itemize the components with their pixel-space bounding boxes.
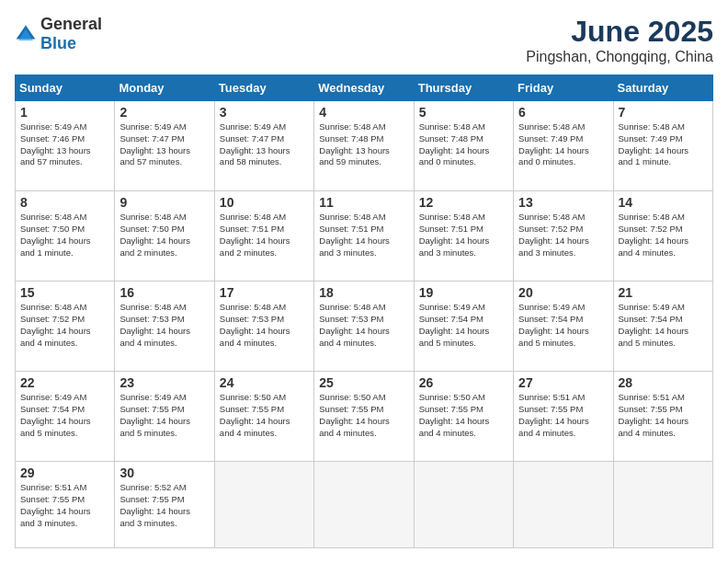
- day-number: 2: [119, 105, 209, 120]
- day-number: 8: [20, 195, 109, 210]
- day-number: 28: [619, 375, 708, 390]
- header: General Blue June 2025 Pingshan, Chongqi…: [15, 15, 713, 65]
- page: General Blue June 2025 Pingshan, Chongqi…: [0, 0, 728, 563]
- cell-info: Sunrise: 5:50 AM Sunset: 7:55 PM Dayligh…: [419, 392, 508, 439]
- table-row: [514, 462, 613, 548]
- table-row: 16Sunrise: 5:48 AM Sunset: 7:53 PM Dayli…: [115, 282, 214, 372]
- day-number: 11: [319, 195, 408, 210]
- day-number: 19: [419, 285, 508, 300]
- table-row: 3Sunrise: 5:49 AM Sunset: 7:47 PM Daylig…: [214, 101, 313, 191]
- col-friday: Friday: [514, 75, 613, 101]
- col-tuesday: Tuesday: [214, 75, 313, 101]
- day-number: 25: [319, 375, 408, 390]
- day-number: 16: [119, 285, 209, 300]
- cell-info: Sunrise: 5:48 AM Sunset: 7:51 PM Dayligh…: [419, 212, 508, 259]
- cell-info: Sunrise: 5:51 AM Sunset: 7:55 PM Dayligh…: [518, 392, 608, 439]
- table-row: 19Sunrise: 5:49 AM Sunset: 7:54 PM Dayli…: [414, 282, 513, 372]
- table-row: 10Sunrise: 5:48 AM Sunset: 7:51 PM Dayli…: [214, 191, 313, 282]
- logo: General Blue: [15, 15, 102, 53]
- calendar-table: Sunday Monday Tuesday Wednesday Thursday…: [15, 75, 713, 548]
- table-row: 28Sunrise: 5:51 AM Sunset: 7:55 PM Dayli…: [613, 372, 712, 462]
- calendar-header-row: Sunday Monday Tuesday Wednesday Thursday…: [16, 75, 713, 101]
- cell-info: Sunrise: 5:52 AM Sunset: 7:55 PM Dayligh…: [119, 482, 209, 529]
- table-row: 9Sunrise: 5:48 AM Sunset: 7:50 PM Daylig…: [115, 191, 214, 282]
- table-row: 18Sunrise: 5:48 AM Sunset: 7:53 PM Dayli…: [314, 282, 414, 372]
- day-number: 4: [319, 105, 408, 120]
- table-row: 13Sunrise: 5:48 AM Sunset: 7:52 PM Dayli…: [514, 191, 613, 282]
- cell-info: Sunrise: 5:49 AM Sunset: 7:54 PM Dayligh…: [20, 392, 109, 439]
- table-row: 30Sunrise: 5:52 AM Sunset: 7:55 PM Dayli…: [115, 462, 214, 548]
- cell-info: Sunrise: 5:49 AM Sunset: 7:46 PM Dayligh…: [20, 121, 109, 168]
- cell-info: Sunrise: 5:48 AM Sunset: 7:52 PM Dayligh…: [20, 302, 109, 349]
- table-row: [414, 462, 513, 548]
- cell-info: Sunrise: 5:48 AM Sunset: 7:53 PM Dayligh…: [119, 302, 209, 349]
- day-number: 30: [119, 465, 209, 480]
- col-thursday: Thursday: [414, 75, 513, 101]
- cell-info: Sunrise: 5:49 AM Sunset: 7:54 PM Dayligh…: [419, 302, 508, 349]
- day-number: 24: [220, 375, 309, 390]
- day-number: 3: [220, 105, 309, 120]
- day-number: 20: [518, 285, 608, 300]
- logo-text-general: General: [40, 15, 102, 33]
- cell-info: Sunrise: 5:49 AM Sunset: 7:54 PM Dayligh…: [518, 302, 608, 349]
- col-wednesday: Wednesday: [314, 75, 414, 101]
- cell-info: Sunrise: 5:48 AM Sunset: 7:53 PM Dayligh…: [319, 302, 408, 349]
- day-number: 22: [20, 375, 109, 390]
- title-block: June 2025 Pingshan, Chongqing, China: [526, 15, 713, 65]
- cell-info: Sunrise: 5:48 AM Sunset: 7:51 PM Dayligh…: [319, 212, 408, 259]
- table-row: 8Sunrise: 5:48 AM Sunset: 7:50 PM Daylig…: [16, 191, 115, 282]
- cell-info: Sunrise: 5:48 AM Sunset: 7:48 PM Dayligh…: [419, 121, 508, 168]
- table-row: 20Sunrise: 5:49 AM Sunset: 7:54 PM Dayli…: [514, 282, 613, 372]
- table-row: 21Sunrise: 5:49 AM Sunset: 7:54 PM Dayli…: [613, 282, 712, 372]
- table-row: 11Sunrise: 5:48 AM Sunset: 7:51 PM Dayli…: [314, 191, 414, 282]
- cell-info: Sunrise: 5:48 AM Sunset: 7:51 PM Dayligh…: [220, 212, 309, 259]
- day-number: 23: [119, 375, 209, 390]
- subtitle: Pingshan, Chongqing, China: [526, 49, 713, 65]
- table-row: 12Sunrise: 5:48 AM Sunset: 7:51 PM Dayli…: [414, 191, 513, 282]
- table-row: [214, 462, 313, 548]
- cell-info: Sunrise: 5:49 AM Sunset: 7:55 PM Dayligh…: [119, 392, 209, 439]
- table-row: [613, 462, 712, 548]
- table-row: 25Sunrise: 5:50 AM Sunset: 7:55 PM Dayli…: [314, 372, 414, 462]
- day-number: 27: [518, 375, 608, 390]
- day-number: 18: [319, 285, 408, 300]
- day-number: 14: [619, 195, 708, 210]
- cell-info: Sunrise: 5:48 AM Sunset: 7:52 PM Dayligh…: [619, 212, 708, 259]
- day-number: 6: [518, 105, 608, 120]
- cell-info: Sunrise: 5:50 AM Sunset: 7:55 PM Dayligh…: [220, 392, 309, 439]
- main-title: June 2025: [526, 15, 713, 49]
- cell-info: Sunrise: 5:48 AM Sunset: 7:50 PM Dayligh…: [20, 212, 109, 259]
- table-row: 26Sunrise: 5:50 AM Sunset: 7:55 PM Dayli…: [414, 372, 513, 462]
- cell-info: Sunrise: 5:48 AM Sunset: 7:48 PM Dayligh…: [319, 121, 408, 168]
- day-number: 12: [419, 195, 508, 210]
- day-number: 15: [20, 285, 109, 300]
- cell-info: Sunrise: 5:49 AM Sunset: 7:47 PM Dayligh…: [119, 121, 209, 168]
- cell-info: Sunrise: 5:50 AM Sunset: 7:55 PM Dayligh…: [319, 392, 408, 439]
- table-row: 17Sunrise: 5:48 AM Sunset: 7:53 PM Dayli…: [214, 282, 313, 372]
- day-number: 29: [20, 465, 109, 480]
- col-sunday: Sunday: [16, 75, 115, 101]
- cell-info: Sunrise: 5:51 AM Sunset: 7:55 PM Dayligh…: [20, 482, 109, 529]
- cell-info: Sunrise: 5:49 AM Sunset: 7:54 PM Dayligh…: [619, 302, 708, 349]
- table-row: 29Sunrise: 5:51 AM Sunset: 7:55 PM Dayli…: [16, 462, 115, 548]
- day-number: 21: [619, 285, 708, 300]
- logo-icon: [15, 23, 37, 45]
- table-row: 6Sunrise: 5:48 AM Sunset: 7:49 PM Daylig…: [514, 101, 613, 191]
- table-row: 15Sunrise: 5:48 AM Sunset: 7:52 PM Dayli…: [16, 282, 115, 372]
- table-row: 7Sunrise: 5:48 AM Sunset: 7:49 PM Daylig…: [613, 101, 712, 191]
- table-row: 24Sunrise: 5:50 AM Sunset: 7:55 PM Dayli…: [214, 372, 313, 462]
- table-row: 1Sunrise: 5:49 AM Sunset: 7:46 PM Daylig…: [16, 101, 115, 191]
- table-row: 27Sunrise: 5:51 AM Sunset: 7:55 PM Dayli…: [514, 372, 613, 462]
- day-number: 5: [419, 105, 508, 120]
- table-row: 22Sunrise: 5:49 AM Sunset: 7:54 PM Dayli…: [16, 372, 115, 462]
- day-number: 10: [220, 195, 309, 210]
- table-row: [314, 462, 414, 548]
- day-number: 9: [119, 195, 209, 210]
- day-number: 1: [20, 105, 109, 120]
- day-number: 7: [619, 105, 708, 120]
- cell-info: Sunrise: 5:51 AM Sunset: 7:55 PM Dayligh…: [619, 392, 708, 439]
- cell-info: Sunrise: 5:49 AM Sunset: 7:47 PM Dayligh…: [220, 121, 309, 168]
- table-row: 14Sunrise: 5:48 AM Sunset: 7:52 PM Dayli…: [613, 191, 712, 282]
- day-number: 17: [220, 285, 309, 300]
- cell-info: Sunrise: 5:48 AM Sunset: 7:53 PM Dayligh…: [220, 302, 309, 349]
